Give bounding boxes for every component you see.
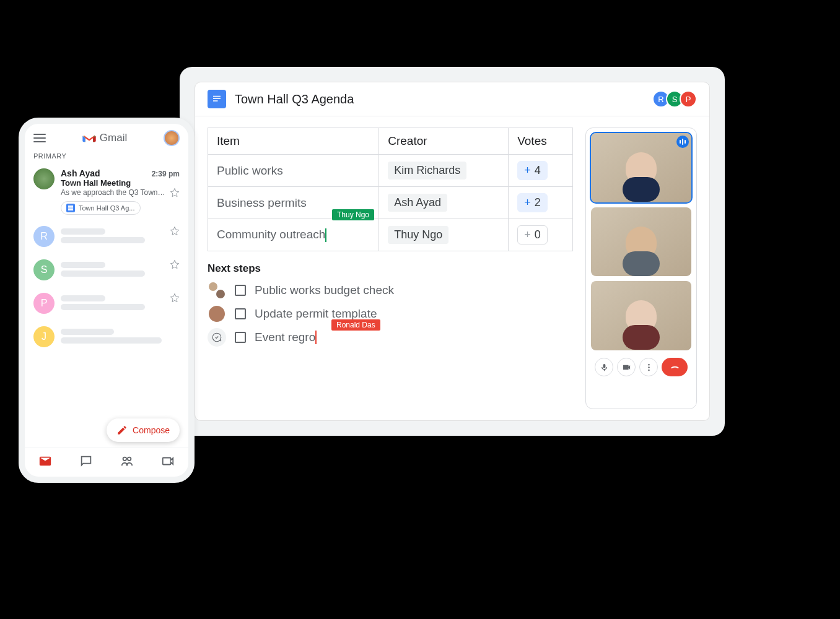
meet-participant-tile[interactable]	[591, 133, 691, 202]
email-item[interactable]: Ash Ayad 2:39 pm Town Hall Meeting As we…	[25, 163, 188, 220]
email-time: 2:39 pm	[152, 170, 180, 178]
checklist-text[interactable]: Update permit template	[255, 307, 377, 321]
svg-point-1	[648, 364, 650, 366]
checklist-item[interactable]: Update permit template	[208, 305, 573, 323]
vote-chip[interactable]: +2	[517, 193, 548, 212]
cell-item[interactable]: Community outreach Thuy Ngo	[208, 219, 379, 251]
star-icon[interactable]	[170, 188, 180, 197]
table-header-row: Item Creator Votes	[208, 128, 573, 155]
docs-window: Town Hall Q3 Agenda R S P Item Creator V…	[195, 82, 710, 421]
checkbox[interactable]	[235, 308, 246, 319]
nav-mail-icon[interactable]	[38, 454, 52, 470]
sender-avatar: P	[33, 293, 55, 314]
svg-point-4	[123, 457, 127, 461]
plus-icon: +	[524, 228, 531, 241]
account-avatar[interactable]	[164, 130, 180, 146]
email-item-placeholder[interactable]: P	[25, 287, 188, 320]
attachment-name: Town Hall Q3 Ag...	[79, 204, 135, 212]
collab-cursor-green	[325, 228, 326, 242]
docs-file-icon	[66, 204, 75, 212]
meet-panel	[585, 128, 697, 409]
star-icon[interactable]	[170, 293, 180, 303]
cursor-label-green: Thuy Ngo	[332, 209, 374, 220]
plus-icon: +	[524, 196, 531, 209]
email-item-placeholder[interactable]: J	[25, 320, 188, 353]
agenda-table[interactable]: Item Creator Votes Public works Kim Rich…	[208, 128, 573, 251]
vote-chip[interactable]: +4	[517, 161, 548, 180]
participant-video	[626, 152, 657, 183]
pencil-icon	[116, 425, 128, 436]
attachment-chip[interactable]: Town Hall Q3 Ag...	[61, 201, 141, 215]
camera-button[interactable]	[617, 358, 636, 376]
collaborator-avatars[interactable]: R S P	[656, 90, 697, 108]
compose-label: Compose	[133, 425, 170, 435]
svg-point-3	[648, 369, 650, 371]
cell-item[interactable]: Public works	[208, 155, 379, 187]
skeleton-lines	[61, 293, 160, 313]
speaking-indicator-icon	[676, 136, 689, 148]
meet-participant-tile[interactable]	[591, 207, 691, 277]
checklist-text[interactable]: Event regro	[255, 331, 317, 345]
compose-button[interactable]: Compose	[107, 418, 180, 442]
nav-chat-icon[interactable]	[79, 454, 93, 470]
table-row[interactable]: Public works Kim Richards +4	[208, 155, 573, 187]
vote-chip[interactable]: +0	[517, 225, 548, 245]
gmail-wordmark: Gmail	[100, 132, 127, 144]
col-votes: Votes	[509, 128, 573, 155]
menu-icon[interactable]	[33, 134, 46, 142]
email-preview: As we approach the Q3 Town Ha...	[61, 188, 166, 197]
laptop-frame: Town Hall Q3 Agenda R S P Item Creator V…	[180, 67, 725, 436]
gmail-brand: Gmail	[82, 132, 127, 144]
col-item: Item	[208, 128, 379, 155]
next-steps-heading: Next steps	[208, 262, 573, 275]
gmail-appbar: Gmail	[25, 124, 188, 152]
collaborator-avatar-p[interactable]: P	[680, 90, 697, 108]
table-row[interactable]: Business permits Ash Ayad +2	[208, 187, 573, 219]
table-row[interactable]: Community outreach Thuy Ngo Thuy Ngo +0	[208, 219, 573, 251]
plus-icon: +	[524, 164, 531, 177]
email-item-placeholder[interactable]: R	[25, 220, 188, 253]
sender-avatar: R	[33, 226, 55, 247]
assign-button[interactable]	[208, 328, 226, 347]
inbox-tab-label[interactable]: PRIMARY	[25, 152, 188, 163]
gmail-logo-icon	[82, 133, 96, 143]
hangup-button[interactable]	[662, 358, 688, 376]
skeleton-lines	[61, 259, 160, 279]
phone-frame: Gmail PRIMARY Ash Ayad 2:39 pm Town Hall…	[19, 118, 195, 483]
bottom-nav	[25, 448, 188, 477]
checklist-item[interactable]: Event regro Ronald Das	[208, 328, 573, 347]
star-icon[interactable]	[170, 259, 180, 269]
creator-chip[interactable]: Ash Ayad	[388, 194, 447, 212]
svg-point-5	[128, 457, 131, 461]
creator-chip[interactable]: Thuy Ngo	[388, 226, 448, 244]
email-subject: Town Hall Meeting	[61, 178, 180, 188]
assignee-avatars[interactable]	[208, 281, 226, 300]
mic-button[interactable]	[595, 358, 613, 376]
checkbox[interactable]	[235, 332, 246, 343]
more-options-button[interactable]	[639, 358, 658, 376]
assignee-avatar[interactable]	[208, 305, 226, 323]
google-docs-icon	[208, 90, 226, 108]
svg-point-2	[648, 366, 650, 368]
nav-spaces-icon[interactable]	[120, 454, 134, 470]
sender-avatar: J	[33, 326, 55, 347]
skeleton-lines	[61, 326, 180, 346]
document-title[interactable]: Town Hall Q3 Agenda	[235, 92, 354, 106]
email-sender: Ash Ayad	[61, 168, 100, 178]
checkbox[interactable]	[235, 285, 246, 296]
creator-chip[interactable]: Kim Richards	[388, 162, 466, 180]
document-body[interactable]: Item Creator Votes Public works Kim Rich…	[208, 128, 573, 409]
collab-cursor-red	[315, 331, 317, 344]
cursor-label-red: Ronald Das	[331, 319, 380, 331]
sender-avatar[interactable]	[33, 168, 55, 189]
star-icon[interactable]	[170, 226, 180, 236]
skeleton-lines	[61, 226, 160, 246]
participant-video	[626, 227, 657, 258]
checklist-item[interactable]: Public works budget check	[208, 281, 573, 300]
meet-participant-tile[interactable]	[591, 281, 691, 350]
meet-controls	[591, 358, 691, 376]
email-item-placeholder[interactable]: S	[25, 253, 188, 287]
checklist-text[interactable]: Public works budget check	[255, 284, 394, 297]
col-creator: Creator	[379, 128, 509, 155]
nav-meet-icon[interactable]	[161, 454, 175, 470]
